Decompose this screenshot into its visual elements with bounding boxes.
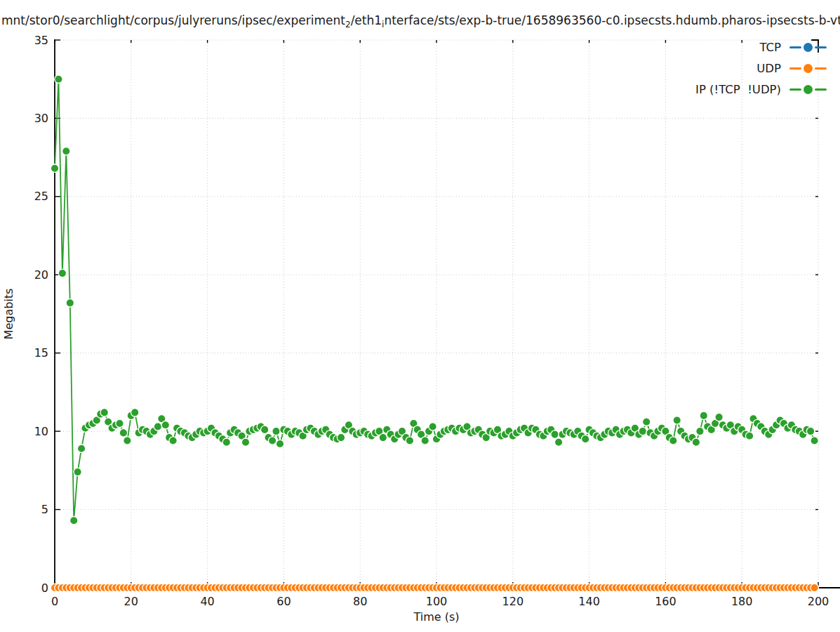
legend-dash-icon — [815, 67, 827, 70]
data-point — [337, 433, 345, 441]
data-point — [639, 427, 646, 435]
svg-text:0: 0 — [41, 581, 48, 595]
title-text-2: /eth1 — [351, 13, 382, 27]
legend-marker-ip — [789, 85, 827, 94]
data-point — [582, 435, 589, 443]
data-point — [715, 413, 723, 421]
svg-text:40: 40 — [200, 595, 214, 608]
data-point — [222, 438, 230, 446]
data-point — [66, 299, 74, 307]
series-udp — [51, 584, 818, 591]
data-point — [116, 419, 124, 427]
data-point — [74, 468, 81, 475]
data-point — [811, 584, 818, 591]
legend-dash-icon — [815, 46, 827, 48]
title-text-3: nterface/sts/exp-b-true/1658963560-c0.ip… — [384, 13, 840, 27]
data-point — [62, 147, 70, 155]
data-point — [241, 438, 249, 446]
data-point — [806, 427, 814, 435]
data-point — [77, 445, 85, 452]
svg-text:5: 5 — [41, 503, 48, 516]
data-point — [421, 437, 429, 445]
data-point — [406, 437, 413, 445]
data-point — [673, 416, 681, 424]
svg-text:0: 0 — [51, 595, 58, 608]
svg-text:120: 120 — [502, 595, 524, 608]
legend-dash-icon — [815, 88, 827, 91]
legend-marker-tcp — [789, 43, 827, 52]
legend-dash-icon — [789, 67, 801, 70]
data-point — [169, 437, 177, 445]
legend-row-tcp: TCP — [759, 37, 827, 58]
data-point — [131, 409, 139, 416]
data-point — [119, 429, 127, 437]
legend-dash-icon — [789, 88, 801, 91]
data-point — [429, 423, 436, 430]
data-point — [55, 75, 62, 83]
data-point — [58, 269, 66, 277]
legend-dot-icon — [804, 64, 813, 73]
svg-text:30: 30 — [34, 112, 48, 125]
svg-text:20: 20 — [34, 268, 48, 282]
x-tick-labels: 020406080100120140160180200 — [51, 595, 829, 608]
data-point — [811, 437, 818, 445]
y-tick-labels: 05101520253035 — [34, 34, 48, 595]
svg-text:35: 35 — [34, 34, 48, 47]
data-point — [161, 421, 169, 429]
data-point — [669, 437, 677, 445]
legend-marker-udp — [789, 64, 827, 73]
svg-text:20: 20 — [124, 595, 138, 608]
data-point — [276, 440, 284, 447]
grid-lines — [55, 40, 818, 588]
svg-text:25: 25 — [34, 190, 48, 203]
legend-row-udp: UDP — [756, 58, 827, 79]
data-point — [154, 423, 161, 430]
data-point — [268, 437, 276, 445]
data-point — [551, 430, 559, 438]
data-point — [700, 412, 707, 419]
svg-text:10: 10 — [34, 425, 48, 438]
legend: TCP UDP IP (!TCP !UDP) — [695, 37, 827, 100]
x-axis-label: Time (s) — [413, 610, 459, 624]
svg-text:80: 80 — [353, 595, 367, 608]
legend-label-ip: IP (!TCP !UDP) — [695, 83, 781, 96]
svg-text:15: 15 — [34, 346, 48, 360]
svg-text:160: 160 — [655, 595, 676, 608]
data-point — [643, 418, 651, 426]
data-point — [745, 432, 753, 440]
legend-row-ip: IP (!TCP !UDP) — [695, 79, 827, 100]
legend-dot-icon — [804, 43, 813, 52]
data-point — [124, 437, 131, 445]
svg-text:60: 60 — [276, 595, 291, 608]
data-point — [51, 164, 58, 172]
title-text-1: mnt/stor0/searchlight/corpus/julyreruns/… — [1, 13, 345, 27]
data-point — [70, 517, 78, 525]
data-point — [272, 427, 280, 435]
y-axis-label: Megabits — [2, 289, 15, 340]
data-point — [696, 427, 704, 435]
chart-title: mnt/stor0/searchlight/corpus/julyreruns/… — [1, 13, 840, 28]
legend-label-udp: UDP — [756, 62, 781, 75]
data-point — [692, 438, 700, 446]
data-point — [261, 426, 269, 433]
svg-text:180: 180 — [731, 595, 753, 608]
svg-text:140: 140 — [578, 595, 600, 608]
title-subscript-1: 2 — [345, 20, 351, 28]
data-point — [100, 409, 108, 416]
data-point — [379, 433, 387, 441]
svg-text:200: 200 — [808, 595, 829, 608]
axis-spines — [55, 40, 840, 588]
legend-dot-icon — [804, 85, 813, 94]
legend-dash-icon — [789, 46, 801, 48]
svg-text:100: 100 — [426, 595, 448, 608]
legend-label-tcp: TCP — [759, 41, 781, 54]
data-point — [554, 438, 562, 446]
series-ip-tcp-udp — [51, 75, 818, 525]
